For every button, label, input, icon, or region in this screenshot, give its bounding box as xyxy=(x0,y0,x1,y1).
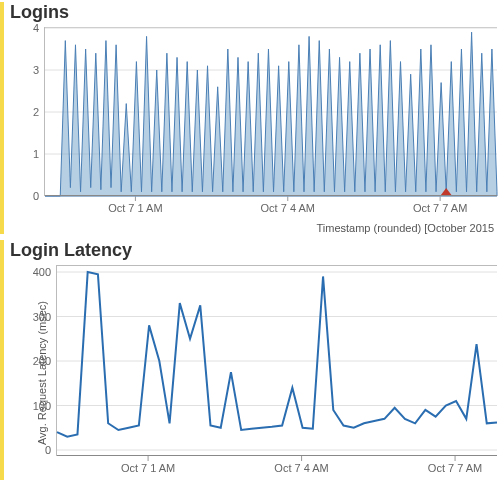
svg-text:1: 1 xyxy=(33,148,39,160)
svg-text:2: 2 xyxy=(33,106,39,118)
logins-xaxis: Oct 7 1 AMOct 7 4 AMOct 7 7 AM xyxy=(44,196,496,216)
svg-text:Oct 7 1 AM: Oct 7 1 AM xyxy=(108,202,162,214)
svg-text:0: 0 xyxy=(45,444,51,456)
svg-text:Oct 7 1 AM: Oct 7 1 AM xyxy=(121,462,175,474)
svg-text:300: 300 xyxy=(33,311,51,323)
svg-text:Oct 7 4 AM: Oct 7 4 AM xyxy=(274,462,328,474)
latency-svg: 0100200300400 xyxy=(57,266,497,456)
svg-text:400: 400 xyxy=(33,266,51,278)
latency-title: Login Latency xyxy=(10,240,500,261)
svg-text:Oct 7 7 AM: Oct 7 7 AM xyxy=(428,462,482,474)
svg-text:200: 200 xyxy=(33,355,51,367)
svg-text:0: 0 xyxy=(33,190,39,202)
latency-xaxis: Oct 7 1 AMOct 7 4 AMOct 7 7 AM xyxy=(56,456,496,476)
svg-text:100: 100 xyxy=(33,400,51,412)
logins-xaxis-label: Timestamp (rounded) [October 2015 xyxy=(44,222,500,234)
svg-text:Oct 7 4 AM: Oct 7 4 AM xyxy=(261,202,315,214)
latency-chart[interactable]: 0100200300400 xyxy=(56,265,497,456)
logins-chart-wrap: 01234 Oct 7 1 AMOct 7 4 AMOct 7 7 AM Tim… xyxy=(44,27,500,234)
logins-panel: Logins 01234 Oct 7 1 AMOct 7 4 AMOct 7 7… xyxy=(0,2,500,234)
svg-text:3: 3 xyxy=(33,64,39,76)
logins-chart[interactable]: 01234 xyxy=(44,27,497,196)
latency-chart-wrap: Avg. Request Latency (msec) 010020030040… xyxy=(56,265,500,480)
svg-text:Oct 7 7 AM: Oct 7 7 AM xyxy=(413,202,467,214)
latency-panel: Login Latency Avg. Request Latency (msec… xyxy=(0,240,500,480)
svg-text:4: 4 xyxy=(33,22,39,34)
logins-svg: 01234 xyxy=(45,28,497,196)
logins-title: Logins xyxy=(10,2,500,23)
